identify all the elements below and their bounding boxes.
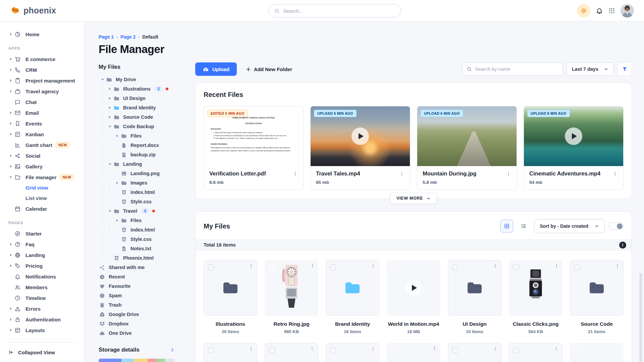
file-card-source-code[interactable]: Source Code21 Items <box>570 260 624 334</box>
recent-card-cinematic-adventures-mp4[interactable]: UPLOAD 8 MIN AGOCinematic Adventures.mp4… <box>524 106 624 190</box>
checkbox[interactable] <box>269 347 275 353</box>
search-by-name-input[interactable] <box>475 66 558 72</box>
tree-link-google-drive[interactable]: Google Drive <box>99 310 185 319</box>
file-tile[interactable] <box>326 260 379 316</box>
scrollbar[interactable] <box>639 273 642 362</box>
tree-node-brand-identity[interactable]: Brand Identity <box>99 103 185 112</box>
kebab-menu-button[interactable] <box>506 171 511 176</box>
file-card-file-lines-12[interactable] <box>509 343 562 362</box>
tree-node-images[interactable]: Images <box>99 178 185 188</box>
kebab-menu-button[interactable] <box>310 346 315 351</box>
file-card-file-page-11[interactable] <box>448 343 501 362</box>
kebab-menu-button[interactable] <box>432 346 437 351</box>
user-avatar[interactable] <box>621 4 634 17</box>
global-search[interactable] <box>268 4 401 17</box>
breadcrumb-page1[interactable]: Page 1 <box>99 34 114 40</box>
checkbox[interactable] <box>574 264 580 270</box>
kebab-menu-button[interactable] <box>615 346 620 351</box>
recent-card-travel-tales-mp4[interactable]: UPLOAD 6 MIN AGOTravel Tales.mp465 mb <box>310 106 410 190</box>
theme-toggle-button[interactable] <box>577 4 590 17</box>
kebab-menu-button[interactable] <box>432 263 437 268</box>
file-tile[interactable] <box>387 260 440 316</box>
file-card-image-10[interactable] <box>387 343 440 362</box>
file-card-retro-ring-jpg[interactable]: Retro Ring.jpg980 KB <box>265 260 318 334</box>
info-icon[interactable]: i <box>619 242 626 249</box>
file-card-file-page-8[interactable] <box>265 343 318 362</box>
tree-link-one-drive[interactable]: One Drive <box>99 328 185 338</box>
checkbox[interactable] <box>574 347 580 353</box>
file-tile[interactable] <box>387 343 440 362</box>
sidebar-item-pricing[interactable]: Pricing <box>6 260 80 271</box>
sidebar-item-events[interactable]: Events <box>6 118 80 129</box>
kebab-menu-button[interactable] <box>399 171 405 176</box>
tree-link-spam[interactable]: Spam <box>99 291 185 300</box>
sidebar-item-travel-agency[interactable]: Travel agency <box>6 86 80 97</box>
list-view-button[interactable] <box>517 220 530 232</box>
kebab-menu-button[interactable] <box>612 171 618 176</box>
tree-node-my-drive[interactable]: My Drive <box>99 75 185 84</box>
tree-node-backup-zip[interactable]: backup.zip <box>99 150 185 159</box>
sidebar-item-e-commerce[interactable]: E commerce <box>6 54 80 64</box>
tree-node-code-backup[interactable]: Code Backup <box>99 122 185 131</box>
sidebar-item-errors[interactable]: Errors <box>6 303 80 314</box>
sidebar-item-kanban[interactable]: Kanban <box>6 129 80 140</box>
kebab-menu-button[interactable] <box>249 346 254 351</box>
tree-node-style-css[interactable]: Style.css <box>99 197 185 206</box>
tree-node-landing-png[interactable]: Landing.png <box>99 169 185 178</box>
kebab-menu-button[interactable] <box>371 346 376 351</box>
checkbox[interactable] <box>452 264 458 270</box>
notifications-button[interactable] <box>596 7 603 14</box>
sidebar-item-layouts[interactable]: Layouts <box>6 325 80 335</box>
file-card-illustrations[interactable]: Illustrations20 Items <box>204 260 257 334</box>
sidebar-item-faq[interactable]: Faq <box>6 239 80 250</box>
file-card-world-in-motion-mp4[interactable]: World in Motion.mp418 MB <box>387 260 440 334</box>
search-input[interactable] <box>283 8 395 14</box>
file-tile[interactable] <box>570 343 624 362</box>
file-tile[interactable] <box>570 260 624 316</box>
sidebar-item-gantt-chart[interactable]: Gantt chartNEW <box>6 140 80 150</box>
filter-button[interactable] <box>617 62 632 76</box>
apps-menu-button[interactable] <box>608 7 615 14</box>
sidebar-item-list-view[interactable]: List view <box>6 193 80 203</box>
sidebar-item-project-management[interactable]: Project management <box>6 75 80 86</box>
tree-node-index-html[interactable]: index.html <box>99 188 185 197</box>
sidebar-item-calendar[interactable]: Calendar <box>6 203 80 214</box>
checkbox[interactable] <box>208 347 214 353</box>
sidebar-item-notifications[interactable]: Notifications <box>6 271 80 282</box>
checkbox[interactable] <box>330 347 336 353</box>
upload-button[interactable]: Upload <box>195 62 237 76</box>
kebab-menu-button[interactable] <box>615 263 620 268</box>
file-card-ui-design[interactable]: UI Design10 Items <box>448 260 501 334</box>
tree-node-illustrations[interactable]: Illustrations3 <box>99 84 185 94</box>
tree-node-notes-txt[interactable]: Notes.txt <box>99 244 185 253</box>
kebab-menu-button[interactable] <box>493 263 498 268</box>
sidebar-item-landing[interactable]: Landing <box>6 250 80 260</box>
tree-link-favourite[interactable]: Favourite <box>99 281 185 291</box>
sidebar-item-social[interactable]: Social <box>6 150 80 161</box>
sidebar-item-home[interactable]: Home <box>6 29 80 40</box>
file-tile[interactable] <box>204 343 257 362</box>
sidebar-item-timeline[interactable]: Timeline <box>6 293 80 303</box>
brand-logo[interactable]: phoenix <box>10 6 56 16</box>
recent-card-verification-letter-pdf[interactable]: EMPLOYMENT VERIFICATION LETTERINSTRUCTIO… <box>204 106 304 190</box>
tree-node-style-css[interactable]: Style.css <box>99 235 185 244</box>
tree-node-ui-design[interactable]: UI Design <box>99 94 185 103</box>
play-icon[interactable] <box>352 127 369 145</box>
tree-link-dropbox[interactable]: Dropbox <box>99 319 185 328</box>
kebab-menu-button[interactable] <box>292 171 298 176</box>
search-by-name[interactable] <box>462 62 563 76</box>
file-tile[interactable] <box>448 343 501 362</box>
sidebar-item-chat[interactable]: Chat <box>6 97 80 107</box>
tree-node-index-html[interactable]: index.html <box>99 225 185 235</box>
file-card-folder-7[interactable] <box>204 343 257 362</box>
sidebar-item-email[interactable]: Email <box>6 107 80 118</box>
sidebar-item-file-manager[interactable]: File managerNEW <box>6 172 80 183</box>
sidebar-item-crm[interactable]: CRM <box>6 64 80 75</box>
kebab-menu-button[interactable] <box>249 263 254 268</box>
sidebar-item-members[interactable]: Members <box>6 282 80 293</box>
sidebar-item-grid-view[interactable]: Grid view <box>6 183 80 193</box>
recent-card-mountain-during-jpg[interactable]: UPLOAD 6 MIN AGOMountain During.jpg5.8 m… <box>417 106 517 190</box>
tree-node-phoenix-html[interactable]: Phoenix.html <box>99 253 185 263</box>
date-range-select[interactable]: Last 7 days <box>567 62 614 76</box>
grid-view-button[interactable] <box>500 220 513 232</box>
